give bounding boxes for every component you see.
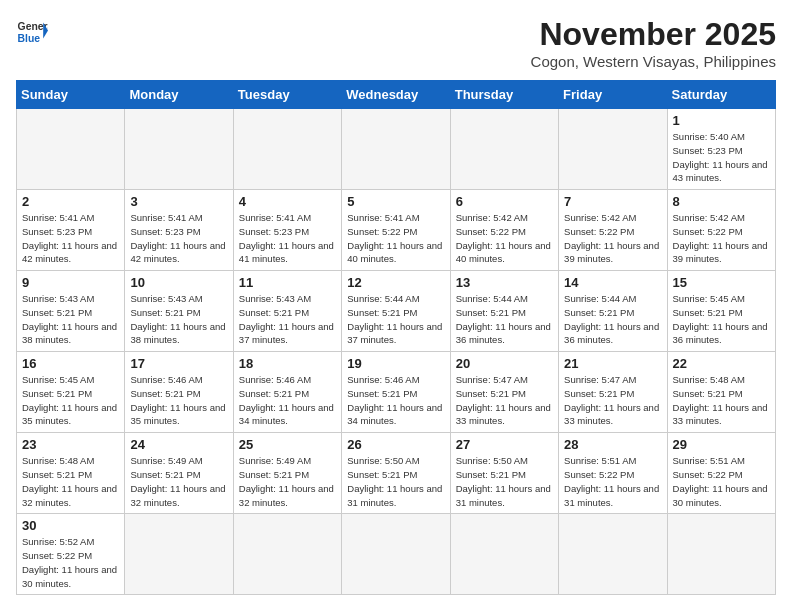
calendar-cell: 16Sunrise: 5:45 AM Sunset: 5:21 PM Dayli…	[17, 352, 125, 433]
day-info: Sunrise: 5:49 AM Sunset: 5:21 PM Dayligh…	[130, 454, 227, 509]
calendar-cell: 9Sunrise: 5:43 AM Sunset: 5:21 PM Daylig…	[17, 271, 125, 352]
day-info: Sunrise: 5:46 AM Sunset: 5:21 PM Dayligh…	[239, 373, 336, 428]
weekday-header-saturday: Saturday	[667, 81, 775, 109]
day-number: 24	[130, 437, 227, 452]
day-number: 15	[673, 275, 770, 290]
day-info: Sunrise: 5:50 AM Sunset: 5:21 PM Dayligh…	[347, 454, 444, 509]
day-info: Sunrise: 5:48 AM Sunset: 5:21 PM Dayligh…	[22, 454, 119, 509]
calendar-cell	[125, 109, 233, 190]
calendar-cell: 19Sunrise: 5:46 AM Sunset: 5:21 PM Dayli…	[342, 352, 450, 433]
day-number: 21	[564, 356, 661, 371]
calendar-cell: 14Sunrise: 5:44 AM Sunset: 5:21 PM Dayli…	[559, 271, 667, 352]
weekday-header-thursday: Thursday	[450, 81, 558, 109]
day-number: 2	[22, 194, 119, 209]
calendar-cell: 3Sunrise: 5:41 AM Sunset: 5:23 PM Daylig…	[125, 190, 233, 271]
calendar-cell: 11Sunrise: 5:43 AM Sunset: 5:21 PM Dayli…	[233, 271, 341, 352]
day-info: Sunrise: 5:46 AM Sunset: 5:21 PM Dayligh…	[347, 373, 444, 428]
day-info: Sunrise: 5:44 AM Sunset: 5:21 PM Dayligh…	[564, 292, 661, 347]
day-number: 30	[22, 518, 119, 533]
day-number: 19	[347, 356, 444, 371]
location-title: Cogon, Western Visayas, Philippines	[531, 53, 776, 70]
calendar-cell: 18Sunrise: 5:46 AM Sunset: 5:21 PM Dayli…	[233, 352, 341, 433]
calendar-cell	[17, 109, 125, 190]
calendar-cell: 8Sunrise: 5:42 AM Sunset: 5:22 PM Daylig…	[667, 190, 775, 271]
calendar-cell: 17Sunrise: 5:46 AM Sunset: 5:21 PM Dayli…	[125, 352, 233, 433]
day-number: 16	[22, 356, 119, 371]
day-info: Sunrise: 5:45 AM Sunset: 5:21 PM Dayligh…	[673, 292, 770, 347]
day-number: 18	[239, 356, 336, 371]
day-number: 13	[456, 275, 553, 290]
calendar-cell: 22Sunrise: 5:48 AM Sunset: 5:21 PM Dayli…	[667, 352, 775, 433]
calendar-cell	[125, 514, 233, 595]
day-number: 7	[564, 194, 661, 209]
day-number: 1	[673, 113, 770, 128]
day-info: Sunrise: 5:44 AM Sunset: 5:21 PM Dayligh…	[347, 292, 444, 347]
logo-icon: General Blue	[16, 16, 48, 48]
day-info: Sunrise: 5:47 AM Sunset: 5:21 PM Dayligh…	[564, 373, 661, 428]
calendar-cell	[559, 514, 667, 595]
week-row-2: 2Sunrise: 5:41 AM Sunset: 5:23 PM Daylig…	[17, 190, 776, 271]
day-number: 28	[564, 437, 661, 452]
day-number: 4	[239, 194, 336, 209]
day-info: Sunrise: 5:43 AM Sunset: 5:21 PM Dayligh…	[130, 292, 227, 347]
calendar-cell	[450, 109, 558, 190]
calendar-cell	[233, 514, 341, 595]
weekday-header-tuesday: Tuesday	[233, 81, 341, 109]
day-number: 26	[347, 437, 444, 452]
calendar-cell: 12Sunrise: 5:44 AM Sunset: 5:21 PM Dayli…	[342, 271, 450, 352]
calendar-cell: 1Sunrise: 5:40 AM Sunset: 5:23 PM Daylig…	[667, 109, 775, 190]
calendar-cell: 15Sunrise: 5:45 AM Sunset: 5:21 PM Dayli…	[667, 271, 775, 352]
title-section: November 2025 Cogon, Western Visayas, Ph…	[531, 16, 776, 70]
day-info: Sunrise: 5:40 AM Sunset: 5:23 PM Dayligh…	[673, 130, 770, 185]
calendar-cell: 26Sunrise: 5:50 AM Sunset: 5:21 PM Dayli…	[342, 433, 450, 514]
day-info: Sunrise: 5:45 AM Sunset: 5:21 PM Dayligh…	[22, 373, 119, 428]
day-info: Sunrise: 5:46 AM Sunset: 5:21 PM Dayligh…	[130, 373, 227, 428]
calendar-cell: 6Sunrise: 5:42 AM Sunset: 5:22 PM Daylig…	[450, 190, 558, 271]
weekday-header-wednesday: Wednesday	[342, 81, 450, 109]
calendar-cell: 29Sunrise: 5:51 AM Sunset: 5:22 PM Dayli…	[667, 433, 775, 514]
week-row-3: 9Sunrise: 5:43 AM Sunset: 5:21 PM Daylig…	[17, 271, 776, 352]
header-section: General Blue November 2025 Cogon, Wester…	[16, 16, 776, 70]
weekday-header-sunday: Sunday	[17, 81, 125, 109]
day-number: 22	[673, 356, 770, 371]
calendar-cell	[667, 514, 775, 595]
calendar-cell	[342, 514, 450, 595]
weekday-header-row: SundayMondayTuesdayWednesdayThursdayFrid…	[17, 81, 776, 109]
calendar-cell: 24Sunrise: 5:49 AM Sunset: 5:21 PM Dayli…	[125, 433, 233, 514]
day-number: 5	[347, 194, 444, 209]
day-number: 3	[130, 194, 227, 209]
logo: General Blue	[16, 16, 48, 48]
day-number: 9	[22, 275, 119, 290]
day-info: Sunrise: 5:44 AM Sunset: 5:21 PM Dayligh…	[456, 292, 553, 347]
day-number: 10	[130, 275, 227, 290]
svg-text:Blue: Blue	[18, 33, 41, 44]
day-number: 20	[456, 356, 553, 371]
calendar-cell: 5Sunrise: 5:41 AM Sunset: 5:22 PM Daylig…	[342, 190, 450, 271]
calendar-cell: 23Sunrise: 5:48 AM Sunset: 5:21 PM Dayli…	[17, 433, 125, 514]
day-info: Sunrise: 5:41 AM Sunset: 5:23 PM Dayligh…	[239, 211, 336, 266]
calendar-cell: 4Sunrise: 5:41 AM Sunset: 5:23 PM Daylig…	[233, 190, 341, 271]
weekday-header-friday: Friday	[559, 81, 667, 109]
day-number: 25	[239, 437, 336, 452]
calendar-cell: 25Sunrise: 5:49 AM Sunset: 5:21 PM Dayli…	[233, 433, 341, 514]
day-number: 17	[130, 356, 227, 371]
calendar-cell	[450, 514, 558, 595]
day-info: Sunrise: 5:51 AM Sunset: 5:22 PM Dayligh…	[673, 454, 770, 509]
day-info: Sunrise: 5:48 AM Sunset: 5:21 PM Dayligh…	[673, 373, 770, 428]
day-info: Sunrise: 5:50 AM Sunset: 5:21 PM Dayligh…	[456, 454, 553, 509]
day-number: 8	[673, 194, 770, 209]
calendar-cell: 21Sunrise: 5:47 AM Sunset: 5:21 PM Dayli…	[559, 352, 667, 433]
week-row-5: 23Sunrise: 5:48 AM Sunset: 5:21 PM Dayli…	[17, 433, 776, 514]
day-info: Sunrise: 5:41 AM Sunset: 5:23 PM Dayligh…	[130, 211, 227, 266]
day-number: 11	[239, 275, 336, 290]
day-info: Sunrise: 5:49 AM Sunset: 5:21 PM Dayligh…	[239, 454, 336, 509]
calendar-cell: 20Sunrise: 5:47 AM Sunset: 5:21 PM Dayli…	[450, 352, 558, 433]
calendar-cell: 30Sunrise: 5:52 AM Sunset: 5:22 PM Dayli…	[17, 514, 125, 595]
day-info: Sunrise: 5:43 AM Sunset: 5:21 PM Dayligh…	[239, 292, 336, 347]
calendar-cell	[342, 109, 450, 190]
day-number: 14	[564, 275, 661, 290]
day-info: Sunrise: 5:43 AM Sunset: 5:21 PM Dayligh…	[22, 292, 119, 347]
calendar-cell: 10Sunrise: 5:43 AM Sunset: 5:21 PM Dayli…	[125, 271, 233, 352]
calendar-cell: 13Sunrise: 5:44 AM Sunset: 5:21 PM Dayli…	[450, 271, 558, 352]
day-info: Sunrise: 5:41 AM Sunset: 5:22 PM Dayligh…	[347, 211, 444, 266]
